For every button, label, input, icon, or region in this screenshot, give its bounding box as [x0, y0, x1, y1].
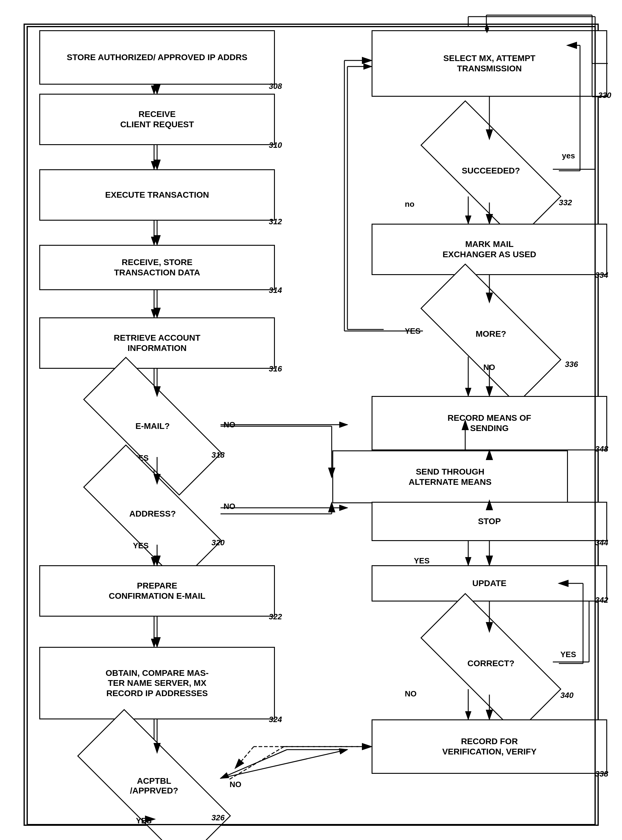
receive-client-box: RECEIVECLIENT REQUEST [39, 94, 275, 145]
step-334: 334 [595, 270, 608, 280]
update-box: UPDATE [372, 565, 607, 602]
step-340: 340 [560, 691, 573, 700]
correct-no-label: NO [405, 689, 416, 698]
correct-diamond: CORRECT? [423, 632, 559, 695]
step-322: 322 [269, 612, 282, 622]
step-330: 330 [598, 91, 611, 100]
svg-line-37 [221, 750, 348, 778]
succeeded-yes-label: yes [562, 151, 575, 160]
step-332: 332 [559, 198, 572, 207]
step-324: 324 [269, 715, 282, 724]
prepare-confirmation-box: PREPARECONFIRMATION E-MAIL [39, 565, 275, 617]
mark-mail-box: MARK MAILEXCHANGER AS USED [372, 224, 607, 275]
succeeded-no-label: no [405, 200, 415, 209]
step-348: 348 [595, 444, 608, 454]
acptbl-yes-label: YES [136, 816, 152, 825]
retrieve-account-box: RETRIEVE ACCOUNTINFORMATION [39, 318, 275, 369]
email-no-label: NO [224, 420, 235, 429]
stop-box: STOP [372, 502, 607, 541]
step-342: 342 [595, 596, 608, 605]
more-no-label: NO [483, 363, 495, 372]
svg-line-84 [236, 747, 254, 768]
more-yes-label: YES [405, 327, 421, 336]
svg-line-85 [230, 747, 284, 779]
select-mx-box: SELECT MX, ATTEMPTTRANSMISSION [372, 30, 607, 97]
acptbl-no-label: NO [230, 780, 241, 789]
correct-yes-label: YES [560, 650, 576, 659]
svg-marker-62 [485, 24, 489, 29]
step-320: 320 [212, 538, 224, 547]
send-alternate-box: SEND THROUGHALTERNATE MEANS [332, 451, 568, 503]
obtain-compare-box: OBTAIN, COMPARE MAS-TER NAME SERVER, MXR… [39, 647, 275, 719]
step-310: 310 [269, 141, 282, 150]
flowchart: STORE AUTHORIZED/ APPROVED IP ADDRS 308 … [0, 0, 622, 840]
step-338: 338 [595, 769, 608, 779]
more-diamond: MORE? [423, 302, 559, 366]
execute-transaction-box: EXECUTE TRANSACTION [39, 169, 275, 221]
step-318: 318 [212, 451, 224, 460]
step-316: 316 [269, 364, 282, 374]
succeeded-diamond: SUCCEEDED? [423, 139, 559, 203]
step-312: 312 [269, 217, 282, 226]
address-no-label: NO [224, 502, 235, 511]
address-diamond: ADDRESS? [85, 484, 221, 544]
record-verification-box: RECORD FORVERIFICATION, VERIFY [372, 719, 607, 774]
receive-store-box: RECEIVE, STORETRANSACTION DATA [39, 245, 275, 290]
step-336: 336 [565, 360, 578, 369]
step-326: 326 [212, 813, 224, 822]
record-means-box: RECORD MEANS OFSENDING [372, 396, 607, 451]
address-yes-label: YES [133, 541, 149, 550]
email-diamond: E-MAIL? [85, 396, 221, 457]
svg-line-35 [221, 750, 287, 778]
step-344: 344 [595, 538, 608, 547]
step-308: 308 [269, 82, 282, 91]
store-authorized-box: STORE AUTHORIZED/ APPROVED IP ADDRS [39, 30, 275, 85]
acptbl-diamond: ACPTBL/APPRVED? [79, 753, 230, 819]
step-314: 314 [269, 286, 282, 295]
update-yes-label: YES [414, 556, 430, 565]
